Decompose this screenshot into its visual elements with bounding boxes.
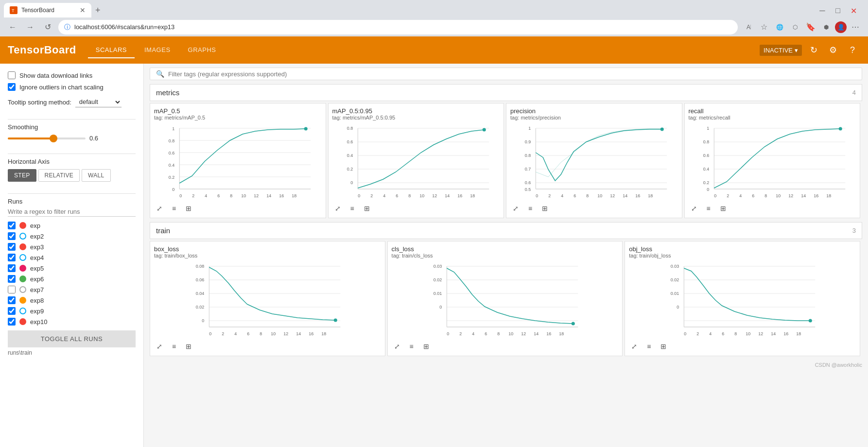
chart-obj-loss-menu[interactable]: ≡ [643, 341, 654, 352]
help-icon-btn[interactable]: ? [845, 42, 860, 58]
chart-box-loss-download[interactable]: ⊞ [183, 341, 194, 352]
ignore-outliers-checkbox[interactable] [8, 83, 16, 91]
nav-graphs[interactable]: GRAPHS [180, 42, 224, 58]
run-item-exp6[interactable]: exp6 [8, 274, 136, 284]
browser-translate-btn[interactable]: 🌐 [773, 20, 786, 34]
svg-text:0.2: 0.2 [703, 180, 709, 185]
svg-text:0.6: 0.6 [525, 180, 531, 185]
browser-tab[interactable]: T TensorBoard ✕ [4, 3, 91, 17]
run-checkbox-exp8[interactable] [8, 296, 16, 304]
svg-text:1: 1 [528, 126, 531, 131]
chart-cls-loss-download[interactable]: ⊞ [421, 341, 432, 352]
run-name-exp5: exp5 [30, 265, 44, 272]
svg-text:10: 10 [776, 193, 781, 198]
runs-list: exp exp2 exp3 exp4 [8, 221, 136, 327]
show-download-checkbox[interactable] [8, 71, 16, 79]
svg-text:0.8: 0.8 [347, 126, 353, 131]
toggle-all-runs-button[interactable]: TOGGLE ALL RUNS [8, 330, 136, 347]
chart-map05-menu[interactable]: ≡ [169, 203, 179, 214]
run-item-exp4[interactable]: exp4 [8, 253, 136, 262]
nav-images[interactable]: IMAGES [137, 42, 178, 58]
forward-button[interactable]: → [23, 20, 37, 34]
chart-box-loss-menu[interactable]: ≡ [169, 341, 179, 352]
ignore-outliers-label[interactable]: Ignore outliers in chart scaling [19, 84, 104, 91]
run-checkbox-exp[interactable] [8, 222, 16, 229]
svg-text:0: 0 [447, 331, 449, 336]
chart-map05-download[interactable]: ⊞ [183, 203, 194, 214]
chart-recall-expand[interactable]: ⤢ [689, 203, 699, 214]
run-checkbox-exp7[interactable] [8, 286, 16, 293]
train-section-name: train [156, 226, 170, 235]
runs-filter-input[interactable] [8, 207, 136, 217]
run-item-exp10[interactable]: exp10 [8, 317, 136, 327]
minimize-btn[interactable]: ─ [816, 4, 829, 17]
run-item-exp9[interactable]: exp9 [8, 306, 136, 316]
back-button[interactable]: ← [6, 20, 19, 34]
chart-map0595-download[interactable]: ⊞ [362, 203, 372, 214]
chart-box-loss-tag: tag: train/box_loss [154, 253, 381, 258]
svg-text:10: 10 [271, 331, 276, 336]
url-bar[interactable]: ⓘ localhost:6006/#scalars&run=exp13 [58, 20, 738, 34]
browser-aa-btn[interactable]: A𝄀 [742, 20, 755, 34]
chart-obj-loss-download[interactable]: ⊞ [658, 341, 669, 352]
chart-obj-loss: obj_loss tag: train/obj_loss 0.03 0.02 [625, 241, 860, 356]
svg-text:2: 2 [192, 193, 194, 198]
chart-obj-loss-expand[interactable]: ⤢ [629, 341, 640, 352]
status-select[interactable]: INACTIVE ▾ [760, 45, 802, 56]
settings-icon-btn[interactable]: ⚙ [825, 42, 841, 58]
svg-text:14: 14 [801, 193, 806, 198]
svg-text:0.01: 0.01 [433, 291, 442, 296]
run-item-exp8[interactable]: exp8 [8, 295, 136, 305]
run-item-exp[interactable]: exp [8, 221, 136, 230]
chart-recall-download[interactable]: ⊞ [718, 203, 729, 214]
chart-map05: mAP_0.5 tag: metrics/mAP_0.5 1 [150, 103, 326, 218]
run-item-exp3[interactable]: exp3 [8, 242, 136, 252]
smoothing-slider[interactable] [8, 138, 86, 139]
tab-close-btn[interactable]: ✕ [80, 6, 86, 14]
chart-box-loss-title: box_loss [154, 245, 381, 253]
chart-precision-download[interactable]: ⊞ [539, 203, 550, 214]
run-item-exp7[interactable]: exp7 [8, 285, 136, 294]
run-item-exp5[interactable]: exp5 [8, 263, 136, 273]
chart-cls-loss-menu[interactable]: ≡ [406, 341, 417, 352]
chart-box-loss-expand[interactable]: ⤢ [154, 341, 165, 352]
new-tab-button[interactable]: + [93, 3, 103, 17]
svg-text:0: 0 [350, 180, 353, 185]
run-checkbox-exp2[interactable] [8, 232, 16, 240]
chart-map0595-menu[interactable]: ≡ [347, 203, 358, 214]
profile-avatar[interactable]: 👤 [835, 21, 847, 33]
chart-precision-expand[interactable]: ⤢ [510, 203, 521, 214]
nav-scalars[interactable]: SCALARS [88, 42, 135, 58]
chart-recall-menu[interactable]: ≡ [703, 203, 714, 214]
show-download-label[interactable]: Show data download links [19, 72, 92, 79]
chart-map05-expand[interactable]: ⤢ [154, 203, 165, 214]
run-checkbox-exp5[interactable] [8, 264, 16, 272]
close-btn[interactable]: ✕ [847, 4, 860, 17]
chart-cls-loss-expand[interactable]: ⤢ [392, 341, 402, 352]
maximize-btn[interactable]: □ [831, 4, 845, 17]
svg-text:0.2: 0.2 [347, 167, 353, 172]
svg-text:2: 2 [548, 193, 551, 198]
browser-menu-btn[interactable]: ⋯ [849, 20, 862, 34]
run-checkbox-exp10[interactable] [8, 318, 16, 326]
refresh-button[interactable]: ↺ [41, 20, 54, 34]
axis-wall-btn[interactable]: WALL [82, 169, 110, 182]
svg-text:0.03: 0.03 [671, 264, 679, 269]
chart-precision-menu[interactable]: ≡ [525, 203, 536, 214]
run-checkbox-exp3[interactable] [8, 243, 16, 251]
browser-extension-btn[interactable]: ⬡ [788, 20, 802, 34]
filter-tags-input[interactable] [168, 70, 856, 78]
browser-bookmark-btn[interactable]: 🔖 [804, 20, 817, 34]
run-name-exp9: exp9 [30, 308, 44, 315]
browser-star-btn[interactable]: ☆ [757, 20, 771, 34]
run-checkbox-exp6[interactable] [8, 275, 16, 283]
run-item-exp2[interactable]: exp2 [8, 231, 136, 241]
refresh-icon-btn[interactable]: ↻ [806, 42, 821, 58]
run-checkbox-exp9[interactable] [8, 307, 16, 315]
chart-map0595-expand[interactable]: ⤢ [332, 203, 343, 214]
axis-step-btn[interactable]: STEP [8, 169, 36, 182]
browser-extension2-btn[interactable]: ⬢ [819, 20, 833, 34]
run-checkbox-exp4[interactable] [8, 254, 16, 261]
axis-relative-btn[interactable]: RELATIVE [38, 169, 80, 182]
tooltip-select[interactable]: default ascending descending nearest [75, 97, 122, 107]
